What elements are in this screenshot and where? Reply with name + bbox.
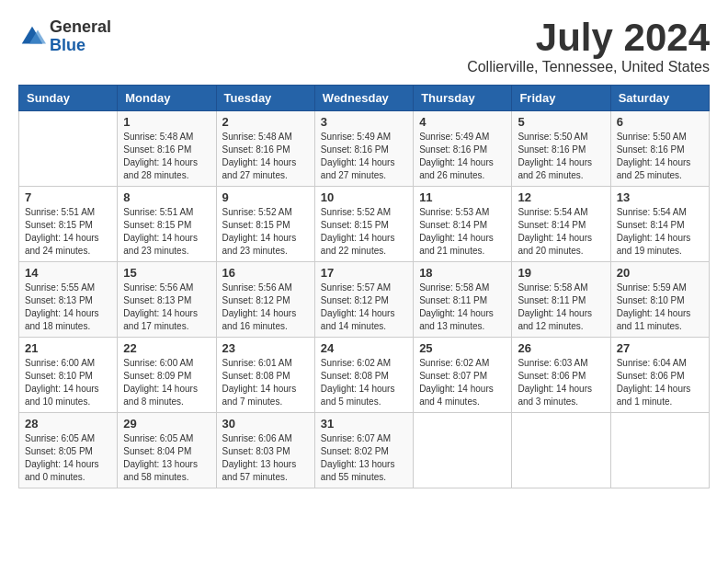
day-detail: Sunrise: 6:07 AM Sunset: 8:02 PM Dayligh… (321, 432, 407, 484)
day-number: 16 (222, 266, 309, 280)
day-number: 24 (321, 341, 407, 355)
day-number: 3 (321, 115, 407, 129)
day-number: 22 (123, 341, 210, 355)
calendar-week-row: 1Sunrise: 5:48 AM Sunset: 8:16 PM Daylig… (19, 111, 710, 187)
day-detail: Sunrise: 5:57 AM Sunset: 8:12 PM Dayligh… (321, 282, 407, 333)
calendar-day-cell: 5Sunrise: 5:50 AM Sunset: 8:16 PM Daylig… (512, 111, 610, 187)
weekday-header: Wednesday (314, 86, 413, 111)
calendar-day-cell: 9Sunrise: 5:52 AM Sunset: 8:15 PM Daylig… (216, 187, 314, 262)
day-number: 17 (321, 266, 407, 280)
month-title: July 2024 (467, 18, 710, 57)
day-detail: Sunrise: 5:59 AM Sunset: 8:10 PM Dayligh… (617, 282, 703, 333)
location: Collierville, Tennessee, United States (467, 59, 710, 75)
calendar-day-cell: 16Sunrise: 5:56 AM Sunset: 8:12 PM Dayli… (216, 262, 314, 338)
day-detail: Sunrise: 5:53 AM Sunset: 8:14 PM Dayligh… (419, 206, 506, 258)
calendar-day-cell: 20Sunrise: 5:59 AM Sunset: 8:10 PM Dayli… (610, 262, 709, 338)
day-detail: Sunrise: 6:01 AM Sunset: 8:08 PM Dayligh… (222, 357, 309, 408)
day-number: 4 (419, 115, 506, 129)
day-number: 6 (617, 115, 703, 129)
day-number: 1 (123, 115, 210, 129)
day-number: 25 (419, 341, 506, 355)
calendar-day-cell: 21Sunrise: 6:00 AM Sunset: 8:10 PM Dayli… (19, 338, 118, 413)
day-number: 14 (25, 266, 111, 280)
logo-icon (18, 23, 46, 51)
logo-blue: Blue (50, 37, 111, 55)
day-number: 11 (419, 190, 506, 204)
calendar-day-cell: 12Sunrise: 5:54 AM Sunset: 8:14 PM Dayli… (512, 187, 610, 262)
day-number: 7 (25, 190, 111, 204)
day-detail: Sunrise: 5:54 AM Sunset: 8:14 PM Dayligh… (518, 206, 604, 258)
calendar-week-row: 21Sunrise: 6:00 AM Sunset: 8:10 PM Dayli… (19, 338, 710, 413)
day-detail: Sunrise: 6:02 AM Sunset: 8:08 PM Dayligh… (321, 357, 407, 408)
day-detail: Sunrise: 6:00 AM Sunset: 8:10 PM Dayligh… (25, 357, 111, 408)
calendar-day-cell: 30Sunrise: 6:06 AM Sunset: 8:03 PM Dayli… (216, 413, 314, 488)
day-number: 2 (222, 115, 309, 129)
day-number: 13 (617, 190, 703, 204)
day-number: 8 (123, 190, 210, 204)
day-number: 23 (222, 341, 309, 355)
calendar-day-cell: 15Sunrise: 5:56 AM Sunset: 8:13 PM Dayli… (118, 262, 216, 338)
day-number: 28 (25, 417, 111, 431)
calendar-day-cell: 18Sunrise: 5:58 AM Sunset: 8:11 PM Dayli… (414, 262, 512, 338)
calendar-day-cell: 13Sunrise: 5:54 AM Sunset: 8:14 PM Dayli… (610, 187, 709, 262)
calendar-day-cell: 19Sunrise: 5:58 AM Sunset: 8:11 PM Dayli… (512, 262, 610, 338)
day-detail: Sunrise: 5:58 AM Sunset: 8:11 PM Dayligh… (419, 282, 506, 333)
day-detail: Sunrise: 5:56 AM Sunset: 8:13 PM Dayligh… (123, 282, 210, 333)
calendar-day-cell (512, 413, 610, 488)
calendar-day-cell: 23Sunrise: 6:01 AM Sunset: 8:08 PM Dayli… (216, 338, 314, 413)
day-number: 12 (518, 190, 604, 204)
calendar-day-cell: 3Sunrise: 5:49 AM Sunset: 8:16 PM Daylig… (314, 111, 413, 187)
calendar-day-cell: 25Sunrise: 6:02 AM Sunset: 8:07 PM Dayli… (414, 338, 512, 413)
weekday-header: Saturday (610, 86, 709, 111)
day-detail: Sunrise: 5:52 AM Sunset: 8:15 PM Dayligh… (222, 206, 309, 258)
calendar-table: SundayMondayTuesdayWednesdayThursdayFrid… (18, 85, 710, 488)
calendar-day-cell: 31Sunrise: 6:07 AM Sunset: 8:02 PM Dayli… (314, 413, 413, 488)
calendar-day-cell: 4Sunrise: 5:49 AM Sunset: 8:16 PM Daylig… (414, 111, 512, 187)
calendar-day-cell: 22Sunrise: 6:00 AM Sunset: 8:09 PM Dayli… (118, 338, 216, 413)
calendar-day-cell: 10Sunrise: 5:52 AM Sunset: 8:15 PM Dayli… (314, 187, 413, 262)
day-detail: Sunrise: 6:00 AM Sunset: 8:09 PM Dayligh… (123, 357, 210, 408)
calendar-day-cell: 14Sunrise: 5:55 AM Sunset: 8:13 PM Dayli… (19, 262, 118, 338)
calendar-day-cell: 17Sunrise: 5:57 AM Sunset: 8:12 PM Dayli… (314, 262, 413, 338)
calendar-week-row: 7Sunrise: 5:51 AM Sunset: 8:15 PM Daylig… (19, 187, 710, 262)
title-area: July 2024 Collierville, Tennessee, Unite… (467, 18, 710, 75)
day-detail: Sunrise: 6:05 AM Sunset: 8:04 PM Dayligh… (123, 432, 210, 484)
day-detail: Sunrise: 6:04 AM Sunset: 8:06 PM Dayligh… (617, 357, 703, 408)
calendar-day-cell: 7Sunrise: 5:51 AM Sunset: 8:15 PM Daylig… (19, 187, 118, 262)
weekday-header: Thursday (414, 86, 512, 111)
weekday-header: Sunday (19, 86, 118, 111)
day-number: 15 (123, 266, 210, 280)
day-number: 30 (222, 417, 309, 431)
calendar-day-cell: 26Sunrise: 6:03 AM Sunset: 8:06 PM Dayli… (512, 338, 610, 413)
calendar-day-cell (610, 413, 709, 488)
weekday-header: Tuesday (216, 86, 314, 111)
day-detail: Sunrise: 5:48 AM Sunset: 8:16 PM Dayligh… (123, 131, 210, 182)
day-detail: Sunrise: 6:05 AM Sunset: 8:05 PM Dayligh… (25, 432, 111, 484)
day-number: 26 (518, 341, 604, 355)
day-detail: Sunrise: 5:49 AM Sunset: 8:16 PM Dayligh… (321, 131, 407, 182)
logo-general: General (50, 18, 111, 37)
page-header: General Blue July 2024 Collierville, Ten… (18, 18, 710, 75)
calendar-day-cell: 1Sunrise: 5:48 AM Sunset: 8:16 PM Daylig… (118, 111, 216, 187)
calendar-day-cell (19, 111, 118, 187)
day-detail: Sunrise: 5:50 AM Sunset: 8:16 PM Dayligh… (518, 131, 604, 182)
calendar-header-row: SundayMondayTuesdayWednesdayThursdayFrid… (19, 86, 710, 111)
day-detail: Sunrise: 5:50 AM Sunset: 8:16 PM Dayligh… (617, 131, 703, 182)
calendar-week-row: 28Sunrise: 6:05 AM Sunset: 8:05 PM Dayli… (19, 413, 710, 488)
day-detail: Sunrise: 6:02 AM Sunset: 8:07 PM Dayligh… (419, 357, 506, 408)
day-detail: Sunrise: 6:03 AM Sunset: 8:06 PM Dayligh… (518, 357, 604, 408)
day-detail: Sunrise: 5:54 AM Sunset: 8:14 PM Dayligh… (617, 206, 703, 258)
calendar-day-cell: 27Sunrise: 6:04 AM Sunset: 8:06 PM Dayli… (610, 338, 709, 413)
day-detail: Sunrise: 5:48 AM Sunset: 8:16 PM Dayligh… (222, 131, 309, 182)
day-number: 21 (25, 341, 111, 355)
calendar-day-cell: 8Sunrise: 5:51 AM Sunset: 8:15 PM Daylig… (118, 187, 216, 262)
calendar-day-cell: 28Sunrise: 6:05 AM Sunset: 8:05 PM Dayli… (19, 413, 118, 488)
calendar-day-cell: 29Sunrise: 6:05 AM Sunset: 8:04 PM Dayli… (118, 413, 216, 488)
logo: General Blue (18, 18, 111, 55)
day-number: 10 (321, 190, 407, 204)
calendar-day-cell: 2Sunrise: 5:48 AM Sunset: 8:16 PM Daylig… (216, 111, 314, 187)
day-detail: Sunrise: 5:49 AM Sunset: 8:16 PM Dayligh… (419, 131, 506, 182)
calendar-day-cell: 11Sunrise: 5:53 AM Sunset: 8:14 PM Dayli… (414, 187, 512, 262)
day-number: 20 (617, 266, 703, 280)
day-detail: Sunrise: 5:51 AM Sunset: 8:15 PM Dayligh… (25, 206, 111, 258)
